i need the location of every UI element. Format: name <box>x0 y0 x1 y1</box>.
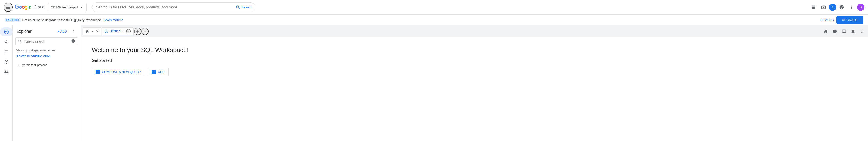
search-help-icon[interactable] <box>71 39 75 44</box>
search-side-icon <box>4 39 9 44</box>
user-avatar[interactable]: D <box>857 4 864 11</box>
sandbox-banner: SANDBOX Set up billing to upgrade to the… <box>0 15 868 25</box>
search-explorer-icon <box>18 39 22 43</box>
tab-fullscreen-button[interactable] <box>858 27 866 36</box>
more-vert-project-icon <box>72 63 75 67</box>
add-tab-icon <box>135 29 140 34</box>
star-icon <box>65 63 69 67</box>
tab-dropdown-icon <box>122 29 125 33</box>
help-circle-icon <box>71 39 75 43</box>
side-icon-home[interactable] <box>0 27 13 37</box>
project-name: YDTAK test project <box>51 5 78 9</box>
cloud-text: Cloud <box>34 5 44 9</box>
add-data-button[interactable]: + ADD <box>148 68 168 76</box>
bigquery-icon <box>4 29 9 34</box>
menu-button[interactable] <box>4 3 13 12</box>
compose-new-query-button[interactable]: + COMPOSE A NEW QUERY <box>92 68 145 76</box>
connections-icon <box>4 69 9 74</box>
tab-chat-button[interactable] <box>840 27 848 36</box>
sandbox-actions: DISMISS UPGRADE <box>820 16 864 24</box>
hamburger-icon <box>6 6 10 9</box>
dismiss-button[interactable]: DISMISS <box>820 18 834 22</box>
project-item[interactable]: ydtak-test-project <box>14 60 79 70</box>
google-logo-svg <box>14 4 32 10</box>
home-tab-close[interactable] <box>95 29 100 34</box>
tab-query-icon: Q <box>104 29 108 33</box>
help-icon <box>839 5 844 10</box>
side-icon-search[interactable] <box>2 37 11 46</box>
tab-bell-button[interactable] <box>849 27 857 36</box>
help-button[interactable] <box>837 3 846 12</box>
tab-info-icon <box>833 29 837 34</box>
tab-bar: Q Untitled <box>81 25 868 37</box>
tab-bar-right-actions <box>822 27 866 36</box>
home-tab-dropdown[interactable] <box>90 29 95 34</box>
content-area: Q Untitled <box>81 25 868 141</box>
explorer-search-box <box>16 37 78 46</box>
project-selector[interactable]: YDTAK test project <box>48 3 87 11</box>
untitled-tab-close[interactable] <box>126 29 131 33</box>
apps-button[interactable] <box>809 3 818 12</box>
more-vert-icon <box>849 5 854 10</box>
google-cloud-logo[interactable]: Cloud <box>14 4 44 10</box>
search-icon <box>236 5 240 9</box>
terminal-icon <box>821 5 826 10</box>
home-tab-button[interactable] <box>85 29 90 34</box>
more-project-button[interactable] <box>70 62 77 68</box>
project-list: ydtak-test-project <box>13 59 81 71</box>
notification-badge[interactable]: 1 <box>829 4 836 11</box>
svg-text:Q: Q <box>106 30 107 32</box>
side-icon-connections[interactable] <box>2 67 11 76</box>
tab-chat-icon <box>842 29 846 34</box>
workspace-actions: + COMPOSE A NEW QUERY + ADD <box>92 68 857 76</box>
terminal-button[interactable] <box>819 3 828 12</box>
more-tabs-button[interactable] <box>141 28 149 35</box>
collapse-panel-button[interactable] <box>70 28 77 35</box>
home-tab-arrow-icon <box>91 30 94 33</box>
explorer-search-input[interactable] <box>24 40 69 43</box>
side-icon-history[interactable] <box>2 57 11 66</box>
explorer-title: Explorer <box>16 29 32 34</box>
learn-more-link[interactable]: Learn more <box>104 18 124 22</box>
dropdown-arrow-icon <box>80 5 84 9</box>
home-tab-icon <box>85 29 89 33</box>
nav-right-actions: 1 D <box>809 3 864 12</box>
more-options-button[interactable] <box>847 3 856 12</box>
side-icon-composer[interactable] <box>2 47 11 56</box>
bell-dropdown-icon <box>854 32 856 34</box>
add-plus-icon: + <box>152 70 156 74</box>
untitled-tab-close-icon <box>127 29 130 33</box>
add-tab-button[interactable] <box>134 28 141 35</box>
fullscreen-icon <box>860 29 864 34</box>
add-button[interactable]: + ADD <box>56 29 69 34</box>
sandbox-text: Set up billing to upgrade to the full Bi… <box>23 18 102 22</box>
upgrade-button[interactable]: UPGRADE <box>836 16 864 24</box>
composer-icon <box>4 49 9 54</box>
explorer-header: Explorer + ADD <box>13 25 81 37</box>
search-button[interactable]: Search <box>236 5 252 9</box>
tab-info-button[interactable] <box>831 27 839 36</box>
show-starred-only-link[interactable]: SHOW STARRED ONLY <box>13 53 81 59</box>
sql-workspace: Welcome to your SQL Workspace! Get start… <box>81 37 868 85</box>
compose-plus-icon: + <box>95 70 100 74</box>
star-project-button[interactable] <box>64 62 70 68</box>
explorer-panel: Explorer + ADD Viewing workspace resourc… <box>13 25 81 141</box>
get-started-title: Get started <box>92 58 857 63</box>
tab-home-button[interactable] <box>822 27 830 36</box>
search-input[interactable] <box>96 5 234 9</box>
more-tabs-icon <box>143 29 147 33</box>
untitled-tab-label: Untitled <box>110 29 120 33</box>
project-name-label: ydtak-test-project <box>22 63 62 67</box>
home-close-icon <box>96 30 99 33</box>
workspace-title: Welcome to your SQL Workspace! <box>92 46 857 54</box>
main-layout: Explorer + ADD Viewing workspace resourc… <box>0 25 868 141</box>
sandbox-badge: SANDBOX <box>4 18 21 22</box>
workspace-info-text: Viewing workspace resources. <box>13 47 81 53</box>
svg-point-1 <box>6 31 7 32</box>
sandbox-message: SANDBOX Set up billing to upgrade to the… <box>4 18 123 22</box>
external-link-icon <box>120 18 123 22</box>
tab-home-icon <box>824 29 828 34</box>
project-expand-icon <box>16 63 21 67</box>
untitled-tab[interactable]: Q Untitled <box>102 27 134 36</box>
side-icon-bar <box>0 25 13 141</box>
